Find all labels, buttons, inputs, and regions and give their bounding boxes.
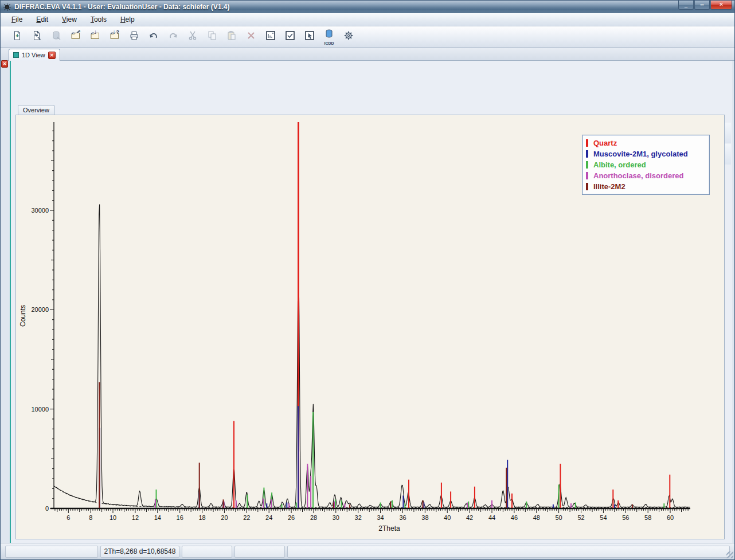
cursor-position-readout: 2Th=8,268 d=10,68548	[100, 546, 179, 558]
close-button[interactable]: ✕	[710, 1, 732, 10]
phase-sticks[interactable]	[99, 382, 632, 508]
svg-text:32: 32	[355, 514, 362, 521]
svg-text:38: 38	[421, 514, 428, 521]
svg-text:36: 36	[399, 514, 406, 521]
legend-entry[interactable]: Quartz	[586, 138, 706, 148]
print-button[interactable]	[126, 28, 143, 45]
phase-sticks[interactable]	[100, 406, 615, 508]
document-tab-bar: 1D View ✕	[1, 48, 734, 61]
svg-text:20000: 20000	[31, 306, 49, 313]
svg-text:0: 0	[45, 505, 49, 512]
cut-button	[184, 28, 201, 45]
options-view-icon	[284, 30, 296, 44]
legend-entry[interactable]: Muscovite-2M1, glycolated	[586, 148, 706, 159]
legend-marker-icon	[586, 161, 588, 169]
y-axis-label: Counts	[19, 305, 27, 327]
print-icon	[128, 30, 140, 44]
export-database-button	[48, 28, 65, 45]
tab-1d-view[interactable]: 1D View ✕	[9, 49, 60, 61]
svg-text:26: 26	[288, 514, 295, 521]
delete-button	[243, 28, 260, 45]
status-panel	[287, 546, 730, 558]
legend-label: Quartz	[593, 139, 617, 147]
status-panel	[234, 546, 285, 558]
settings-button[interactable]	[340, 28, 357, 45]
tab-close-icon[interactable]: ✕	[48, 52, 56, 59]
undo-button[interactable]	[145, 28, 162, 45]
copy-icon	[206, 30, 218, 44]
tab-overview[interactable]: Overview	[18, 105, 54, 115]
save-as-button[interactable]: ↓?	[106, 28, 123, 45]
svg-text:56: 56	[622, 514, 629, 521]
svg-text:30000: 30000	[31, 207, 49, 214]
select-view-button[interactable]	[301, 28, 318, 45]
main-toolbar: +↗↓↓?ICDD	[1, 26, 734, 48]
menu-edit[interactable]: Edit	[31, 14, 53, 25]
svg-text:10000: 10000	[31, 406, 49, 413]
svg-text:44: 44	[488, 514, 495, 521]
icdd-database-button[interactable]: ICDD	[320, 28, 338, 45]
open-file-icon: ↗	[70, 30, 81, 44]
svg-text:30: 30	[333, 514, 339, 521]
svg-text:?: ?	[116, 30, 120, 35]
xrd-chart-panel[interactable]: 6810121416182022242628303234363840424446…	[15, 115, 725, 539]
import-scan-button[interactable]	[28, 28, 45, 45]
phase-sticks[interactable]	[155, 464, 571, 508]
menu-help[interactable]: Help	[115, 14, 140, 25]
background-fit-curve	[54, 486, 689, 507]
svg-text:52: 52	[577, 514, 584, 521]
resize-grip-icon[interactable]	[726, 551, 733, 558]
legend-entry[interactable]: Albite, ordered	[586, 159, 706, 170]
app-window: DIFFRAC.EVA V4.1.1 - User: EvaluationUse…	[0, 0, 735, 560]
legend-label: Muscovite-2M1, glycolated	[593, 150, 688, 158]
minimize-button[interactable]: _	[678, 1, 694, 10]
panel-close-icon[interactable]: ✕	[1, 60, 8, 68]
copy-button	[204, 28, 221, 45]
new-document-button[interactable]: +	[9, 28, 26, 45]
open-file-button[interactable]: ↗	[67, 28, 84, 45]
svg-text:48: 48	[533, 514, 540, 521]
data-tree-view-button[interactable]	[262, 28, 279, 45]
legend-marker-icon	[586, 139, 588, 147]
restore-button[interactable]: ▫▫	[694, 1, 710, 10]
window-title: DIFFRAC.EVA V4.1.1 - User: EvaluationUse…	[14, 3, 229, 11]
icdd-database-icon	[323, 28, 335, 42]
legend-label: Anorthoclase, disordered	[593, 171, 683, 180]
svg-text:58: 58	[644, 514, 651, 521]
x-axis-label: 2Theta	[378, 524, 400, 532]
tab-color-icon	[13, 52, 19, 58]
view-content: ×Kα2×F↴←↔▭↕+⊕⊖⧉▼ 2θ▼▼▼↑↓▼▼Abc123+hkl▼d→→…	[10, 61, 732, 543]
tab-label: 1D View	[22, 52, 45, 58]
undo-icon	[148, 30, 159, 44]
cut-icon	[187, 30, 198, 44]
svg-text:54: 54	[600, 514, 607, 521]
menu-bar: FileEditViewToolsHelp	[1, 13, 734, 26]
svg-text:28: 28	[310, 514, 317, 521]
redo-icon	[167, 30, 179, 44]
menu-tools[interactable]: Tools	[85, 14, 112, 25]
save-as-icon: ↓?	[109, 30, 120, 44]
options-view-button[interactable]	[282, 28, 299, 45]
svg-text:6: 6	[67, 514, 70, 521]
svg-text:60: 60	[667, 514, 674, 521]
legend-label: Illite-2M2	[593, 182, 625, 191]
paste-icon	[226, 30, 237, 44]
legend-marker-icon	[586, 172, 588, 179]
phase-legend[interactable]: QuartzMuscovite-2M1, glycolatedAlbite, o…	[582, 135, 710, 195]
legend-entry[interactable]: Illite-2M2	[586, 181, 706, 192]
menu-file[interactable]: File	[6, 14, 28, 25]
legend-marker-icon	[586, 183, 588, 190]
svg-text:40: 40	[444, 514, 451, 521]
svg-text:22: 22	[243, 514, 250, 521]
svg-text:↓: ↓	[113, 30, 116, 35]
save-button[interactable]: ↓	[87, 28, 104, 45]
save-icon: ↓	[89, 30, 101, 44]
svg-text:46: 46	[511, 514, 518, 521]
export-database-icon	[50, 30, 62, 44]
select-view-icon	[304, 30, 315, 44]
svg-text:42: 42	[466, 514, 473, 521]
legend-entry[interactable]: Anorthoclase, disordered	[586, 170, 706, 181]
svg-text:20: 20	[221, 514, 228, 521]
menu-view[interactable]: View	[57, 14, 82, 25]
status-panel	[182, 546, 232, 558]
